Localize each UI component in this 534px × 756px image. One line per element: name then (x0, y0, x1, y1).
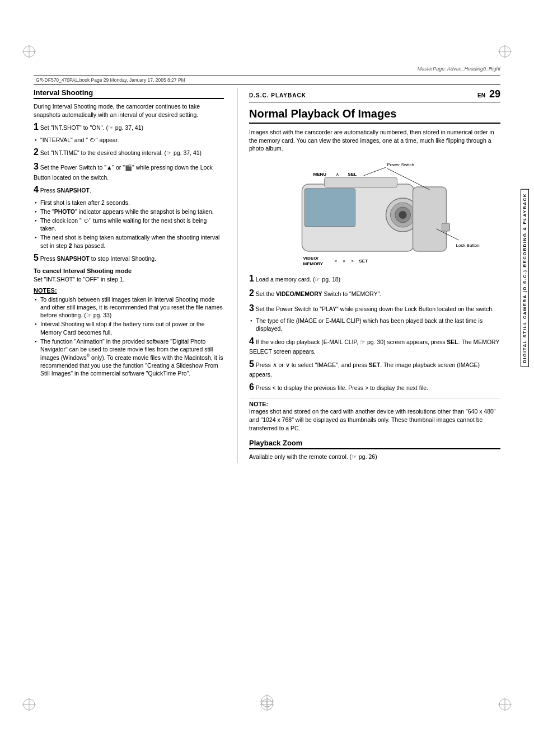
page-number-group: EN 29 (477, 88, 500, 100)
reg-mark-tl (21, 44, 37, 59)
dsc-header: D.S.C. PLAYBACK EN 29 (249, 88, 500, 102)
note-2: Interval Shooting will stop if the batte… (34, 320, 224, 336)
step-2-block: 2 Set "INT.TIME" to the desired shooting… (34, 146, 224, 158)
right-intro: Images shot with the camcorder are autom… (249, 128, 500, 153)
step-2-text: 2 Set "INT.TIME" to the desired shooting… (34, 146, 224, 158)
note-text: Images shot and stored on the card with … (249, 407, 500, 432)
svg-text:VIDEO/: VIDEO/ (303, 256, 319, 261)
page-number: 29 (489, 88, 500, 100)
center-reg-mark (259, 693, 275, 710)
step-4-text: 4 Press SNAPSHOT. (34, 184, 224, 196)
r-step-3-text: 3 Set the Power Switch to "PLAY" while p… (249, 302, 500, 314)
masterpage-label: MasterPage: Advan_Heading0_Right (418, 66, 500, 72)
step-5-num: 5 (34, 253, 39, 262)
reg-mark-tr (497, 44, 513, 59)
camera-diagram-area: MENU ∧ SEL Power Switch VIDEO/ MEMORY < … (249, 156, 500, 268)
svg-text:SEL: SEL (348, 172, 357, 177)
playback-zoom-text: Available only with the remote control. … (249, 453, 500, 461)
r-step-6-num: 6 (249, 382, 254, 392)
r-step-4-num: 4 (249, 336, 254, 346)
main-heading: Normal Playback Of Images (249, 107, 500, 124)
r-step-3-bullet: The type of file (IMAGE or E-MAIL CLIP) … (249, 317, 500, 332)
sidebar-text-container: DIGITAL STILL CAMERA (D.S.C.) RECORDING … (519, 189, 530, 463)
step-4-bullet-3: The clock icon " ⏲" turns while waiting … (34, 217, 224, 232)
step-1-num: 1 (34, 122, 39, 132)
step-3-text: 3 Set the Power Switch to "▲" or "🎬" whi… (34, 161, 224, 181)
step-4-bullet-4: The next shot is being taken automatical… (34, 233, 224, 249)
svg-text:SET: SET (359, 259, 368, 264)
r-step-5-text: 5 Press ∧ or ∨ to select "IMAGE", and pr… (249, 358, 500, 379)
interval-shooting-intro: During Interval Shooting mode, the camco… (34, 102, 224, 119)
svg-text:Power Switch: Power Switch (387, 162, 414, 167)
svg-text:Lock Button: Lock Button (456, 243, 480, 248)
dsc-title: D.S.C. PLAYBACK (249, 92, 306, 98)
r-step-6-text: 6 Press < to display the previous file. … (249, 381, 500, 393)
cancel-text: Set "INT.SHOT" to "OFF" in step 1. (34, 275, 224, 284)
r-step-4-text: 4 If the video clip playback (E-MAIL CLI… (249, 335, 500, 356)
svg-line-26 (364, 167, 386, 176)
step-3-block: 3 Set the Power Switch to "▲" or "🎬" whi… (34, 161, 224, 181)
content-area: Interval Shooting During Interval Shooti… (34, 88, 500, 711)
left-column: Interval Shooting During Interval Shooti… (34, 88, 224, 463)
step-5-block: 5 Press SNAPSHOT to stop Interval Shooti… (34, 252, 224, 264)
note-1: To distinguish between still images take… (34, 295, 224, 320)
r-step-3-block: 3 Set the Power Switch to "PLAY" while p… (249, 302, 500, 333)
cancel-heading: To cancel Interval Shooting mode (34, 267, 224, 274)
svg-text:v: v (343, 259, 345, 264)
svg-rect-21 (413, 187, 447, 251)
svg-text:∧: ∧ (336, 172, 339, 177)
r-step-2-block: 2 Set the VIDEO/MEMORY Switch to "MEMORY… (249, 287, 500, 299)
step-4-bullet-2: The "PHOTO" indicator appears while the … (34, 208, 224, 215)
r-step-5-block: 5 Press ∧ or ∨ to select "IMAGE", and pr… (249, 358, 500, 379)
svg-rect-37 (442, 223, 450, 231)
step-5-text: 5 Press SNAPSHOT to stop Interval Shooti… (34, 252, 224, 264)
page-wrapper: MasterPage: Advan_Heading0_Right GR-DF57… (0, 0, 534, 756)
two-column-layout: Interval Shooting During Interval Shooti… (34, 88, 500, 463)
note-box: NOTE: Images shot and stored on the card… (249, 398, 500, 432)
step-4-num: 4 (34, 185, 39, 194)
svg-rect-22 (325, 177, 397, 187)
camera-svg: MENU ∧ SEL Power Switch VIDEO/ MEMORY < … (249, 156, 500, 268)
r-step-6-block: 6 Press < to display the previous file. … (249, 381, 500, 393)
r-step-1-block: 1 Load a memory card. (☞ pg. 18) (249, 273, 500, 285)
step-3-num: 3 (34, 162, 39, 171)
r-step-1-num: 1 (249, 274, 254, 283)
sidebar-text-inner: DIGITAL STILL CAMERA (D.S.C.) RECORDING … (521, 189, 529, 367)
svg-text:<: < (335, 259, 338, 264)
step-4-block: 4 Press SNAPSHOT. First shot is taken af… (34, 184, 224, 249)
svg-text:>: > (352, 259, 354, 264)
r-step-1-text: 1 Load a memory card. (☞ pg. 18) (249, 273, 500, 285)
interval-shooting-heading: Interval Shooting (34, 88, 224, 99)
step-1-block: 1 Set "INT.SHOT" to "ON". (☞ pg. 37, 41)… (34, 121, 224, 144)
r-step-2-num: 2 (249, 288, 254, 298)
svg-point-20 (399, 211, 407, 219)
notes-heading: NOTES: (34, 287, 224, 294)
playback-zoom-heading: Playback Zoom (249, 439, 500, 449)
note-label: NOTE: (249, 401, 268, 407)
svg-text:MEMORY: MEMORY (303, 261, 324, 266)
r-step-2-text: 2 Set the VIDEO/MEMORY Switch to "MEMORY… (249, 287, 500, 299)
step-2-num: 2 (34, 147, 39, 157)
svg-rect-16 (305, 189, 355, 227)
step-4-bullet-1: First shot is taken after 2 seconds. (34, 199, 224, 206)
file-info-bar: GR-DF570_470PAL.book Page 29 Monday, Jan… (34, 76, 500, 84)
r-step-3-num: 3 (249, 303, 254, 313)
svg-text:MENU: MENU (313, 172, 327, 177)
r-step-5-num: 5 (249, 359, 254, 369)
en-label: EN (477, 92, 485, 98)
r-step-4-block: 4 If the video clip playback (E-MAIL CLI… (249, 335, 500, 356)
step-1-text: 1 Set "INT.SHOT" to "ON". (☞ pg. 37, 41) (34, 121, 224, 133)
right-column: D.S.C. PLAYBACK EN 29 Normal Playback Of… (237, 88, 500, 463)
note-3: The function "Animation" in the provided… (34, 337, 224, 377)
step-1-bullet-1: "INTERVAL" and " ⏲" appear. (34, 136, 224, 144)
playback-zoom-section: Playback Zoom Available only with the re… (249, 439, 500, 461)
